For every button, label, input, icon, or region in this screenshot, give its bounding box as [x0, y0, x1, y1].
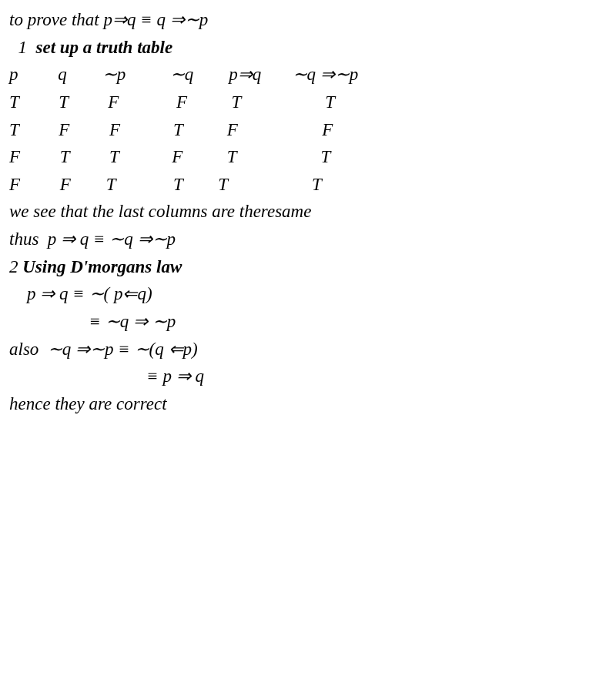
demorgans-line-3: also ∼q ⇒∼p ≡ ∼(q ⇐p) — [9, 336, 607, 363]
step-number-1: 1 — [9, 38, 36, 57]
truth-table-header: p q ∼p ∼q p⇒q ∼q ⇒∼p — [9, 61, 607, 89]
step-number-2: 2 — [9, 257, 22, 276]
demorgans-line-2: ≡ ∼q ⇒ ∼p — [9, 308, 607, 336]
truth-table-row-2: T F F T F F — [9, 116, 607, 144]
conclusion-line-1: thus p ⇒ q ≡ ∼q ⇒∼p — [9, 226, 607, 253]
truth-table-row-4: F F T T T T — [9, 171, 607, 199]
step-title-1: set up a truth table — [36, 38, 173, 57]
proof-step-1: 1 set up a truth table — [9, 34, 607, 62]
truth-table-row-3: F T T F T T — [9, 143, 607, 171]
demorgans-line-4: ≡ p ⇒ q — [9, 363, 607, 390]
conclusion-final: hence they are correct — [9, 390, 607, 418]
truth-table-row-1: T T F F T T — [9, 89, 607, 116]
proof-step-2: 2 Using D'morgans law — [9, 253, 607, 281]
demorgans-line-1: p ⇒ q ≡ ∼( p⇐q) — [9, 280, 607, 308]
step-title-2: Using D'morgans law — [22, 257, 182, 276]
observation-line: we see that the last columns are theresa… — [9, 198, 607, 226]
proof-line-1: to prove that p⇒q ≡ q ⇒∼p — [9, 6, 607, 34]
